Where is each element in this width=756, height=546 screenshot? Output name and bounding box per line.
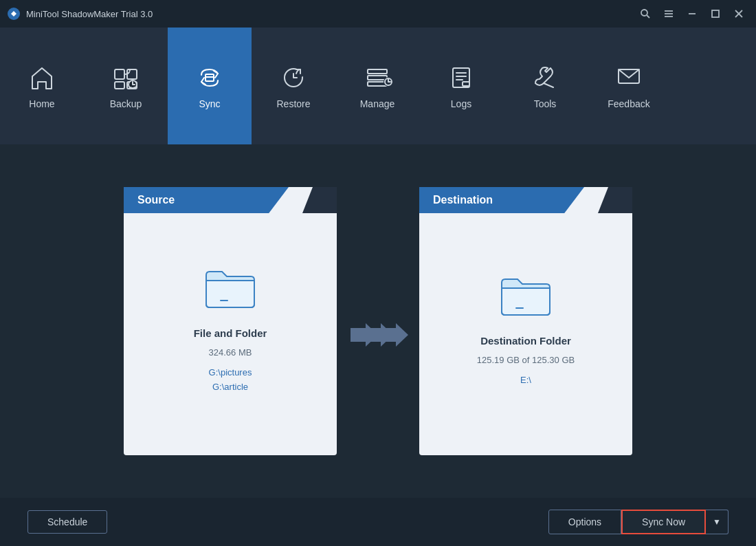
- sync-arrow: [337, 290, 419, 352]
- tools-icon: [530, 63, 560, 93]
- svg-rect-20: [368, 76, 387, 80]
- svg-point-1: [641, 10, 647, 16]
- svg-rect-7: [712, 10, 719, 17]
- bottom-bar: Schedule Options Sync Now ▼: [0, 498, 756, 546]
- svg-rect-11: [127, 69, 137, 79]
- destination-card-body: Destination Folder 125.19 GB of 125.30 G…: [419, 255, 632, 402]
- dropdown-arrow-icon: ▼: [713, 517, 721, 527]
- destination-title: Destination Folder: [480, 335, 571, 347]
- search-button[interactable]: [635, 6, 656, 22]
- sync-now-dropdown-button[interactable]: ▼: [706, 510, 729, 534]
- svg-line-31: [544, 83, 553, 87]
- minimize-button[interactable]: [682, 6, 702, 22]
- source-card-body: File and Folder 324.66 MB G:\pictures G:…: [124, 248, 337, 408]
- nav-item-sync[interactable]: Sync: [168, 28, 252, 144]
- source-card-corner: [302, 187, 337, 213]
- destination-card-corner: [598, 187, 632, 213]
- destination-size: 125.19 GB of 125.30 GB: [477, 355, 575, 365]
- nav-item-manage[interactable]: Manage: [335, 28, 419, 144]
- app-title: MiniTool ShadowMaker Trial 3.0: [26, 9, 153, 19]
- nav-bar: Home Backup: [0, 28, 756, 144]
- nav-item-home[interactable]: Home: [0, 28, 84, 144]
- nav-manage-label: Manage: [360, 98, 395, 109]
- nav-feedback-label: Feedback: [608, 98, 649, 109]
- svg-rect-12: [115, 82, 124, 89]
- manage-icon: [362, 63, 392, 93]
- options-button[interactable]: Options: [548, 510, 621, 534]
- logs-icon: [446, 63, 476, 93]
- nav-item-backup[interactable]: Backup: [84, 28, 168, 144]
- destination-header: Destination: [419, 187, 507, 213]
- svg-line-2: [647, 15, 649, 18]
- destination-card[interactable]: Destination Destination Folder 125.19 GB…: [419, 187, 632, 455]
- right-action-buttons: Options Sync Now ▼: [548, 510, 729, 534]
- menu-button[interactable]: [658, 6, 679, 22]
- title-left: MiniTool ShadowMaker Trial 3.0: [7, 7, 153, 21]
- maximize-button[interactable]: [705, 6, 726, 22]
- nav-item-tools[interactable]: Tools: [503, 28, 587, 144]
- sync-icon: [194, 63, 225, 93]
- svg-marker-36: [381, 323, 408, 347]
- source-paths: G:\pictures G:\article: [209, 366, 252, 395]
- source-header-text: Source: [137, 194, 175, 206]
- home-icon: [27, 63, 57, 93]
- source-title: File and Folder: [194, 327, 267, 339]
- svg-rect-37: [515, 307, 524, 309]
- app-logo: [7, 7, 21, 21]
- source-folder-icon: [203, 261, 258, 312]
- svg-rect-26: [453, 68, 469, 87]
- nav-logs-label: Logs: [451, 98, 471, 109]
- feedback-icon: [614, 63, 644, 93]
- nav-backup-label: Backup: [110, 98, 142, 109]
- nav-item-restore[interactable]: Restore: [252, 28, 335, 144]
- svg-rect-30: [463, 82, 469, 86]
- main-content: Source File and Folder 324.66 MB G:\pict…: [0, 144, 756, 498]
- close-button[interactable]: [729, 6, 749, 22]
- schedule-button[interactable]: Schedule: [27, 510, 107, 534]
- source-size: 324.66 MB: [209, 347, 252, 358]
- nav-sync-label: Sync: [199, 98, 220, 109]
- source-card[interactable]: Source File and Folder 324.66 MB G:\pict…: [124, 187, 337, 455]
- nav-home-label: Home: [29, 98, 54, 109]
- nav-item-logs[interactable]: Logs: [419, 28, 503, 144]
- title-controls: [635, 6, 749, 22]
- svg-rect-10: [115, 69, 124, 79]
- destination-folder-icon: [498, 269, 553, 320]
- nav-tools-label: Tools: [534, 98, 557, 109]
- source-header: Source: [124, 187, 188, 213]
- nav-restore-label: Restore: [276, 98, 310, 109]
- destination-path: E:\: [520, 373, 531, 388]
- svg-rect-19: [368, 69, 387, 74]
- restore-icon: [278, 63, 309, 93]
- nav-item-feedback[interactable]: Feedback: [587, 28, 671, 144]
- destination-header-text: Destination: [433, 194, 493, 206]
- sync-now-button[interactable]: Sync Now: [621, 510, 706, 534]
- svg-rect-33: [220, 300, 228, 301]
- backup-icon: [111, 63, 141, 93]
- title-bar: MiniTool ShadowMaker Trial 3.0: [0, 0, 756, 28]
